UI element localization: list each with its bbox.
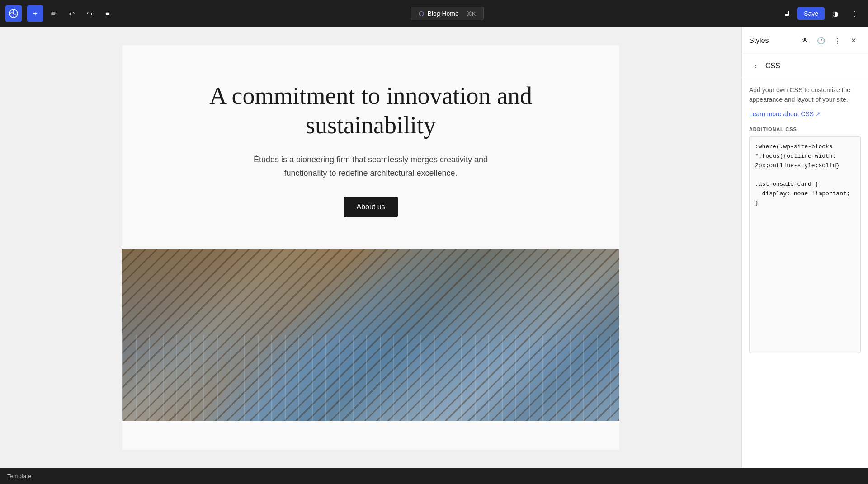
css-editor-wrapper: :where(.wp-site-blocks *:focus){outline-… — [749, 136, 861, 353]
wp-logo-icon — [9, 9, 18, 18]
page-content: A commitment to innovation and sustainab… — [122, 45, 619, 450]
css-panel-title: CSS — [765, 62, 780, 70]
styles-history-button[interactable]: 🕐 — [814, 33, 828, 48]
toolbar-center: ⬡ Blog Home ⌘K — [118, 7, 777, 20]
additional-css-label: ADDITIONAL CSS — [749, 127, 861, 132]
save-button[interactable]: Save — [797, 7, 825, 20]
learn-more-label: Learn more about CSS — [749, 110, 814, 117]
page-icon: ⬡ — [419, 10, 424, 17]
styles-button[interactable]: ◑ — [827, 5, 844, 22]
building-photo — [122, 249, 619, 421]
undo-button[interactable]: ↩ — [63, 5, 80, 22]
edit-button[interactable]: ✏ — [45, 5, 61, 22]
learn-more-link[interactable]: Learn more about CSS ↗ — [749, 110, 821, 117]
list-view-button[interactable]: ≡ — [99, 5, 116, 22]
css-editor[interactable]: :where(.wp-site-blocks *:focus){outline-… — [749, 136, 861, 353]
css-panel-header: ‹ CSS — [742, 54, 868, 78]
hero-section: A commitment to innovation and sustainab… — [122, 45, 619, 235]
close-panel-button[interactable]: ✕ — [846, 33, 861, 48]
hero-image — [122, 249, 619, 421]
status-bar: Template — [0, 468, 868, 484]
styles-more-button[interactable]: ⋮ — [830, 33, 844, 48]
hero-title: A commitment to innovation and sustainab… — [176, 81, 565, 140]
styles-eye-button[interactable]: 👁 — [797, 33, 812, 48]
add-block-button[interactable]: + — [27, 5, 43, 22]
css-panel: ‹ CSS Add your own CSS to customize the … — [742, 54, 868, 468]
redo-button[interactable]: ↪ — [81, 5, 98, 22]
hero-subtitle: Études is a pioneering firm that seamles… — [244, 153, 497, 180]
css-back-button[interactable]: ‹ — [749, 60, 762, 72]
blog-home-label: Blog Home — [428, 10, 459, 17]
css-description: Add your own CSS to customize the appear… — [749, 85, 861, 104]
css-panel-body: Add your own CSS to customize the appear… — [742, 78, 868, 468]
about-us-button[interactable]: About us — [344, 197, 397, 217]
keyboard-shortcut: ⌘K — [466, 10, 476, 17]
panel-title: Styles — [749, 37, 797, 45]
toolbar: + ✏ ↩ ↪ ≡ ⬡ Blog Home ⌘K 🖥 Save ◑ ⋮ — [0, 0, 868, 27]
panel-header: Styles 👁 🕐 ⋮ ✕ — [742, 27, 868, 54]
more-options-button[interactable]: ⋮ — [846, 5, 863, 22]
main-layout: A commitment to innovation and sustainab… — [0, 27, 868, 468]
template-label: Template — [7, 473, 31, 479]
external-link-icon: ↗ — [816, 110, 821, 117]
view-button[interactable]: 🖥 — [778, 5, 795, 22]
canvas-area[interactable]: A commitment to innovation and sustainab… — [0, 27, 741, 468]
blog-home-pill[interactable]: ⬡ Blog Home ⌘K — [411, 7, 484, 20]
wp-logo[interactable] — [5, 5, 22, 22]
toolbar-right: 🖥 Save ◑ ⋮ — [778, 5, 863, 22]
panel-header-icons: 👁 🕐 ⋮ ✕ — [797, 33, 861, 48]
styles-panel: Styles 👁 🕐 ⋮ ✕ ‹ CSS Add your own CSS to… — [741, 27, 868, 468]
